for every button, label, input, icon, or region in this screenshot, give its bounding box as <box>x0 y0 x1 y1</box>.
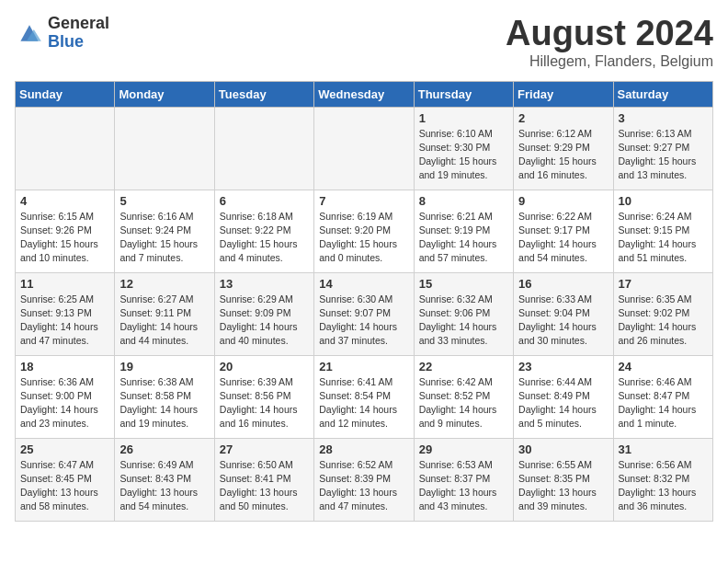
calendar-cell: 20Sunrise: 6:39 AM Sunset: 8:56 PM Dayli… <box>214 355 313 438</box>
calendar-cell: 11Sunrise: 6:25 AM Sunset: 9:13 PM Dayli… <box>16 272 115 355</box>
day-info: Sunrise: 6:30 AM Sunset: 9:07 PM Dayligh… <box>319 293 408 349</box>
logo-blue-text: Blue <box>48 33 109 52</box>
day-info: Sunrise: 6:10 AM Sunset: 9:30 PM Dayligh… <box>419 127 508 183</box>
day-info: Sunrise: 6:49 AM Sunset: 8:43 PM Dayligh… <box>119 458 209 514</box>
day-info: Sunrise: 6:46 AM Sunset: 8:47 PM Dayligh… <box>619 375 708 431</box>
calendar-cell: 16Sunrise: 6:33 AM Sunset: 9:04 PM Dayli… <box>514 272 613 355</box>
calendar-cell: 26Sunrise: 6:49 AM Sunset: 8:43 PM Dayli… <box>115 438 214 521</box>
title-block: August 2024 Hillegem, Flanders, Belgium <box>506 15 713 70</box>
calendar-cell: 18Sunrise: 6:36 AM Sunset: 9:00 PM Dayli… <box>16 355 115 438</box>
calendar-cell: 10Sunrise: 6:24 AM Sunset: 9:15 PM Dayli… <box>613 190 712 272</box>
day-info: Sunrise: 6:35 AM Sunset: 9:02 PM Dayligh… <box>619 293 708 349</box>
day-number: 24 <box>619 360 708 373</box>
day-number: 6 <box>220 194 309 208</box>
calendar-cell: 28Sunrise: 6:52 AM Sunset: 8:39 PM Dayli… <box>314 438 414 521</box>
header-day-monday: Monday <box>115 81 214 107</box>
calendar-cell: 29Sunrise: 6:53 AM Sunset: 8:37 PM Dayli… <box>414 438 513 521</box>
calendar-cell: 2Sunrise: 6:12 AM Sunset: 9:29 PM Daylig… <box>514 107 613 190</box>
calendar-cell: 5Sunrise: 6:16 AM Sunset: 9:24 PM Daylig… <box>115 190 214 272</box>
day-info: Sunrise: 6:27 AM Sunset: 9:11 PM Dayligh… <box>119 293 209 349</box>
week-row-2: 4Sunrise: 6:15 AM Sunset: 9:26 PM Daylig… <box>16 190 713 272</box>
calendar-cell: 19Sunrise: 6:38 AM Sunset: 8:58 PM Dayli… <box>115 355 214 438</box>
calendar-cell: 1Sunrise: 6:10 AM Sunset: 9:30 PM Daylig… <box>414 107 513 190</box>
calendar-cell: 6Sunrise: 6:18 AM Sunset: 9:22 PM Daylig… <box>214 190 313 272</box>
day-number: 17 <box>619 277 708 291</box>
day-number: 16 <box>518 277 608 291</box>
day-number: 22 <box>419 360 508 373</box>
day-info: Sunrise: 6:12 AM Sunset: 9:29 PM Dayligh… <box>518 127 608 183</box>
calendar-cell: 3Sunrise: 6:13 AM Sunset: 9:27 PM Daylig… <box>613 107 712 190</box>
calendar-cell: 22Sunrise: 6:42 AM Sunset: 8:52 PM Dayli… <box>414 355 513 438</box>
day-info: Sunrise: 6:24 AM Sunset: 9:15 PM Dayligh… <box>619 210 708 266</box>
day-info: Sunrise: 6:53 AM Sunset: 8:37 PM Dayligh… <box>419 458 508 514</box>
day-info: Sunrise: 6:16 AM Sunset: 9:24 PM Dayligh… <box>119 210 209 266</box>
day-number: 29 <box>419 442 508 456</box>
day-number: 20 <box>220 360 309 373</box>
day-number: 13 <box>220 277 309 291</box>
day-info: Sunrise: 6:56 AM Sunset: 8:32 PM Dayligh… <box>619 458 708 514</box>
calendar-cell <box>214 107 313 190</box>
day-number: 1 <box>419 111 508 125</box>
day-info: Sunrise: 6:38 AM Sunset: 8:58 PM Dayligh… <box>119 375 209 431</box>
week-row-4: 18Sunrise: 6:36 AM Sunset: 9:00 PM Dayli… <box>16 355 713 438</box>
day-number: 18 <box>20 360 109 373</box>
day-number: 7 <box>319 194 408 208</box>
day-info: Sunrise: 6:13 AM Sunset: 9:27 PM Dayligh… <box>619 127 708 183</box>
day-number: 10 <box>619 194 708 208</box>
calendar-cell: 31Sunrise: 6:56 AM Sunset: 8:32 PM Dayli… <box>613 438 712 521</box>
day-number: 14 <box>319 277 408 291</box>
logo: General Blue <box>15 15 109 52</box>
calendar-cell: 24Sunrise: 6:46 AM Sunset: 8:47 PM Dayli… <box>613 355 712 438</box>
day-number: 15 <box>419 277 508 291</box>
day-info: Sunrise: 6:36 AM Sunset: 9:00 PM Dayligh… <box>20 375 109 431</box>
day-info: Sunrise: 6:44 AM Sunset: 8:49 PM Dayligh… <box>518 375 608 431</box>
day-number: 27 <box>220 442 309 456</box>
calendar-cell: 17Sunrise: 6:35 AM Sunset: 9:02 PM Dayli… <box>613 272 712 355</box>
header-day-saturday: Saturday <box>613 81 712 107</box>
day-number: 26 <box>119 442 209 456</box>
day-info: Sunrise: 6:50 AM Sunset: 8:41 PM Dayligh… <box>220 458 309 514</box>
calendar-subtitle: Hillegem, Flanders, Belgium <box>506 53 713 70</box>
week-row-3: 11Sunrise: 6:25 AM Sunset: 9:13 PM Dayli… <box>16 272 713 355</box>
day-number: 30 <box>518 442 608 456</box>
day-number: 31 <box>619 442 708 456</box>
header-day-tuesday: Tuesday <box>214 81 313 107</box>
day-info: Sunrise: 6:42 AM Sunset: 8:52 PM Dayligh… <box>419 375 508 431</box>
day-info: Sunrise: 6:32 AM Sunset: 9:06 PM Dayligh… <box>419 293 508 349</box>
header-day-wednesday: Wednesday <box>314 81 414 107</box>
day-number: 21 <box>319 360 408 373</box>
header-day-friday: Friday <box>514 81 613 107</box>
logo-icon <box>15 20 44 46</box>
calendar-cell: 14Sunrise: 6:30 AM Sunset: 9:07 PM Dayli… <box>314 272 414 355</box>
calendar-cell: 23Sunrise: 6:44 AM Sunset: 8:49 PM Dayli… <box>514 355 613 438</box>
logo-text: General Blue <box>48 15 109 52</box>
header-row: SundayMondayTuesdayWednesdayThursdayFrid… <box>16 81 713 107</box>
calendar-cell: 4Sunrise: 6:15 AM Sunset: 9:26 PM Daylig… <box>16 190 115 272</box>
day-number: 2 <box>518 111 608 125</box>
calendar-cell: 7Sunrise: 6:19 AM Sunset: 9:20 PM Daylig… <box>314 190 414 272</box>
day-info: Sunrise: 6:29 AM Sunset: 9:09 PM Dayligh… <box>220 293 309 349</box>
calendar-cell: 30Sunrise: 6:55 AM Sunset: 8:35 PM Dayli… <box>514 438 613 521</box>
day-info: Sunrise: 6:47 AM Sunset: 8:45 PM Dayligh… <box>20 458 109 514</box>
calendar-cell: 9Sunrise: 6:22 AM Sunset: 9:17 PM Daylig… <box>514 190 613 272</box>
day-number: 25 <box>20 442 109 456</box>
day-info: Sunrise: 6:52 AM Sunset: 8:39 PM Dayligh… <box>319 458 408 514</box>
day-number: 23 <box>518 360 608 373</box>
day-number: 4 <box>20 194 109 208</box>
day-info: Sunrise: 6:33 AM Sunset: 9:04 PM Dayligh… <box>518 293 608 349</box>
day-number: 5 <box>119 194 209 208</box>
day-number: 8 <box>419 194 508 208</box>
calendar-cell: 25Sunrise: 6:47 AM Sunset: 8:45 PM Dayli… <box>16 438 115 521</box>
day-number: 19 <box>119 360 209 373</box>
week-row-5: 25Sunrise: 6:47 AM Sunset: 8:45 PM Dayli… <box>16 438 713 521</box>
day-info: Sunrise: 6:18 AM Sunset: 9:22 PM Dayligh… <box>220 210 309 266</box>
logo-general-text: General <box>48 15 109 33</box>
calendar-cell: 21Sunrise: 6:41 AM Sunset: 8:54 PM Dayli… <box>314 355 414 438</box>
day-number: 11 <box>20 277 109 291</box>
calendar-cell: 13Sunrise: 6:29 AM Sunset: 9:09 PM Dayli… <box>214 272 313 355</box>
calendar-title: August 2024 <box>506 15 713 53</box>
day-number: 9 <box>518 194 608 208</box>
day-info: Sunrise: 6:41 AM Sunset: 8:54 PM Dayligh… <box>319 375 408 431</box>
calendar-cell: 15Sunrise: 6:32 AM Sunset: 9:06 PM Dayli… <box>414 272 513 355</box>
day-info: Sunrise: 6:22 AM Sunset: 9:17 PM Dayligh… <box>518 210 608 266</box>
